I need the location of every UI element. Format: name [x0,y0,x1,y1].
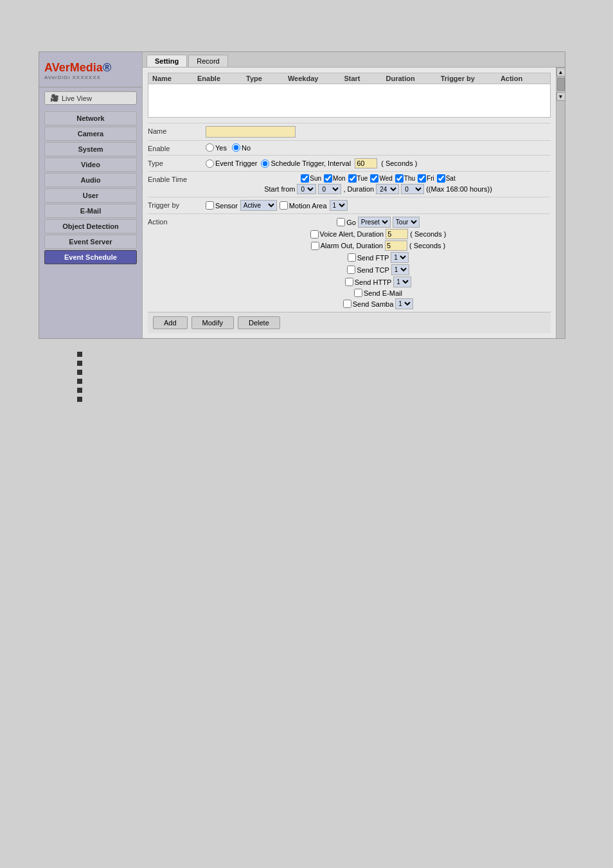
scrollbar[interactable]: ▲ ▼ [556,68,565,338]
start-hour-select[interactable]: 012 [297,184,316,194]
trigger-label: Trigger by [148,200,206,209]
enable-yes-label[interactable]: Yes [206,143,227,152]
voice-alert-checkbox-label[interactable]: Voice Alert, Duration [310,230,384,239]
day-sat[interactable]: Sat [437,174,456,183]
send-email-line: Send E-Mail [354,289,402,297]
voice-duration-input[interactable] [386,229,408,239]
live-view-button[interactable]: 🎥 Live View [44,91,137,105]
bullet-square-2 [77,361,82,366]
bullet-item-6 [77,397,536,402]
tab-record[interactable]: Record [188,55,227,67]
send-http-checkbox[interactable] [345,278,353,286]
schedule-table: Name Enable Type Weekday Start Duration … [148,73,551,118]
go-checkbox[interactable] [337,218,345,226]
tue-checkbox[interactable] [348,174,357,183]
enable-time-row: Enable Time Sun Mon Tue Wed Thu Fri Sat [148,171,551,194]
motion-area-text: Motion Area [289,202,327,210]
motion-area-checkbox[interactable] [280,201,288,210]
event-trigger-radio[interactable] [206,159,214,168]
duration-min-select[interactable]: 0153045 [401,184,424,194]
sidebar-item-event-server[interactable]: Event Server [44,235,137,249]
event-trigger-label[interactable]: Event Trigger [206,159,257,168]
scroll-up-arrow[interactable]: ▲ [556,68,565,77]
send-email-checkbox[interactable] [354,289,362,297]
send-email-checkbox-label[interactable]: Send E-Mail [354,289,402,297]
sidebar-item-audio[interactable]: Audio [44,173,137,187]
send-http-line: Send HTTP 1 [345,276,411,287]
sensor-select[interactable]: Active Inactive [240,200,277,211]
voice-alert-checkbox[interactable] [310,230,319,239]
time-row: Start from 012 0153045 , Duration 2412 [264,184,492,194]
day-mon[interactable]: Mon [324,174,345,183]
send-ftp-line: Send FTP 1 [348,252,409,263]
start-min-select[interactable]: 0153045 [318,184,341,194]
alarm-out-checkbox-label[interactable]: Alarm Out, Duration [311,242,383,250]
sidebar-item-system[interactable]: System [44,142,137,156]
sensor-checkbox[interactable] [206,201,214,210]
day-sun[interactable]: Sun [301,174,321,183]
bullet-list [39,339,574,415]
sidebar-item-user[interactable]: User [44,188,137,203]
send-samba-checkbox[interactable] [343,300,351,308]
schedule-trigger-label[interactable]: Schedule Trigger, Interval [261,159,351,168]
send-ftp-checkbox[interactable] [348,253,356,262]
scroll-thumb[interactable] [557,78,565,91]
modify-button[interactable]: Modify [191,316,234,329]
ftp-select[interactable]: 1 [391,252,409,263]
bullet-square-1 [77,352,82,357]
type-label: Type [148,158,206,167]
sidebar-item-event-schedule[interactable]: Event Schedule [44,250,137,264]
voice-alert-text: Voice Alert, Duration [320,230,384,238]
alarm-out-checkbox[interactable] [311,242,319,250]
send-http-checkbox-label[interactable]: Send HTTP [345,278,391,286]
tab-setting[interactable]: Setting [147,55,187,67]
alarm-duration-input[interactable] [385,240,407,251]
samba-select[interactable]: 1 [395,298,413,309]
action-controls: Go Preset Tour [206,217,551,309]
delete-button[interactable]: Delete [238,316,280,329]
go-checkbox-label[interactable]: Go [337,218,356,226]
name-label: Name [148,126,206,135]
schedule-trigger-radio[interactable] [261,159,269,168]
add-button[interactable]: Add [153,316,188,329]
send-samba-checkbox-label[interactable]: Send Samba [343,300,394,308]
day-tue[interactable]: Tue [348,174,368,183]
sidebar-item-network[interactable]: Network [44,111,137,125]
tcp-select[interactable]: 1 [391,264,409,275]
voice-seconds-text: ( Seconds ) [410,230,446,238]
tab-bar: Setting Record [143,52,565,68]
sensor-text: Sensor [215,202,238,210]
send-tcp-checkbox[interactable] [347,266,355,274]
mon-checkbox[interactable] [324,174,332,183]
http-select[interactable]: 1 [393,276,411,287]
fri-checkbox[interactable] [418,174,426,183]
scroll-down-arrow[interactable]: ▼ [556,92,565,101]
sidebar-item-object-detection[interactable]: Object Detection [44,219,137,233]
interval-input[interactable] [355,158,377,168]
enable-no-label[interactable]: No [232,143,251,152]
duration-label: , Duration [343,185,374,193]
name-input[interactable] [206,126,296,138]
tour-select[interactable]: Tour [393,217,420,228]
col-trigger: Trigger by [441,75,475,82]
send-tcp-checkbox-label[interactable]: Send TCP [347,266,389,274]
sensor-checkbox-label[interactable]: Sensor [206,201,238,210]
sidebar-item-camera[interactable]: Camera [44,127,137,141]
motion-area-select[interactable]: 1 2 [330,200,348,211]
preset-select[interactable]: Preset [358,217,391,228]
sat-checkbox[interactable] [437,174,445,183]
day-thu[interactable]: Thu [395,174,415,183]
bullet-square-3 [77,370,82,375]
enable-yes-radio[interactable] [206,143,214,152]
day-wed[interactable]: Wed [370,174,392,183]
day-fri[interactable]: Fri [418,174,434,183]
sun-checkbox[interactable] [301,174,309,183]
send-ftp-checkbox-label[interactable]: Send FTP [348,253,389,262]
sidebar-item-email[interactable]: E-Mail [44,204,137,218]
motion-area-label[interactable]: Motion Area [280,201,327,210]
enable-no-radio[interactable] [232,143,240,152]
duration-hour-select[interactable]: 2412 [376,184,399,194]
wed-checkbox[interactable] [370,174,378,183]
thu-checkbox[interactable] [395,174,404,183]
sidebar-item-video[interactable]: Video [44,158,137,172]
